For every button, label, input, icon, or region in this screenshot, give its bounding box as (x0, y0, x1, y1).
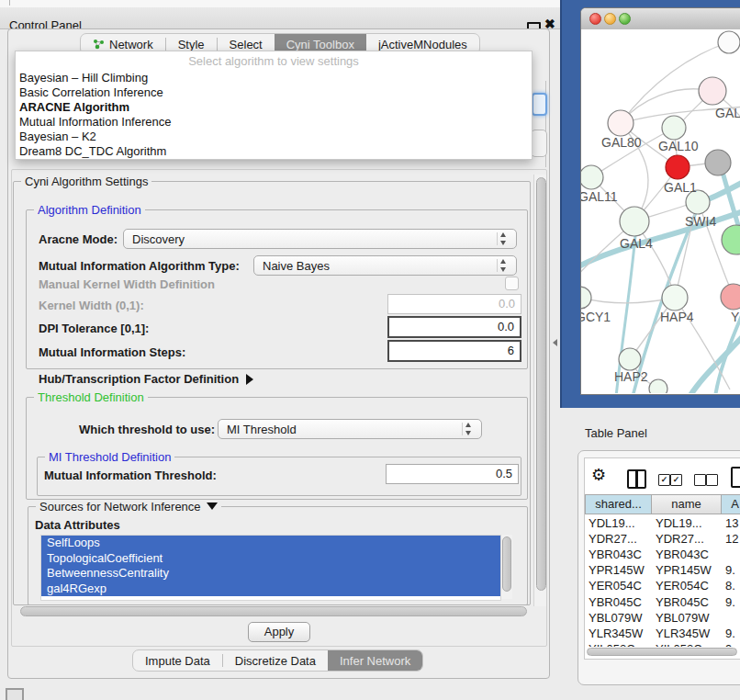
groupbox-title: Cyni Algorithm Settings (21, 175, 151, 188)
cell-value: 8. (725, 578, 735, 593)
tab-infer-network[interactable]: Infer Network (328, 650, 422, 671)
settings-vertical-scrollbar[interactable] (533, 175, 546, 606)
which-threshold-select[interactable]: MI Threshold (218, 419, 482, 439)
dropdown-item[interactable]: Basic Correlation Inference (16, 85, 532, 100)
table-row[interactable]: YDL19... YDL19... 13 (585, 515, 740, 531)
attribute-item[interactable]: gal4RGexp (41, 581, 500, 597)
dropdown-item[interactable]: Bayesian – K2 (16, 130, 532, 144)
aracne-mode-label: Aracne Mode: (39, 232, 118, 246)
cell-shared-name: YPR145W (589, 562, 645, 578)
cell-name: YLR345W (656, 626, 710, 641)
zoom-traffic-light-icon[interactable] (619, 13, 631, 25)
mi-threshold-field[interactable]: 0.5 (386, 464, 519, 484)
algorithm-dropdown-list: Select algorithm to view settings Bayesi… (15, 51, 533, 160)
deselect-all-checkbox-icon[interactable] (706, 474, 718, 486)
node[interactable] (718, 31, 740, 53)
dpi-tolerance-field[interactable]: 0.0 (387, 316, 521, 338)
apply-button[interactable]: Apply (248, 622, 310, 642)
combo-stepper-icon (497, 259, 510, 272)
cell-name: YBR045C (656, 594, 709, 610)
dropdown-placeholder: Select algorithm to view settings (16, 51, 532, 71)
column-header-next[interactable]: A (722, 494, 740, 514)
network-window-titlebar[interactable] (581, 8, 740, 30)
gear-icon[interactable]: ⚙ (591, 465, 606, 485)
table-row[interactable]: YPR145W YPR145W 9. (585, 562, 740, 578)
deselect-all-checkbox-icon[interactable] (694, 474, 706, 486)
manual-kernel-checkbox[interactable] (505, 277, 519, 290)
columns-icon[interactable] (627, 469, 646, 489)
collapse-down-icon (207, 502, 218, 510)
tab-label: Discretize Data (235, 654, 316, 668)
settings-vscroll-thumb[interactable] (536, 177, 546, 591)
mi-type-label: Mutual Information Algorithm Type: (39, 259, 240, 273)
node-label: HAP2 (614, 369, 648, 384)
node-hap4[interactable] (662, 285, 688, 310)
node-label: Y (731, 310, 740, 324)
table-row[interactable]: YBR043C YBR043C (585, 547, 740, 562)
node-gal4[interactable] (620, 207, 649, 236)
list-scrollbar[interactable] (500, 535, 512, 599)
dropdown-item[interactable]: Mutual Information Inference (16, 115, 532, 130)
hub-definition-label: Hub/Transcription Factor Definition (39, 372, 239, 386)
document-icon[interactable] (731, 467, 740, 488)
node-gal[interactable] (699, 77, 726, 105)
cell-value: 9. (725, 641, 735, 647)
mi-algorithm-type-select[interactable]: Naive Bayes (253, 255, 517, 276)
sources-title-toggle[interactable]: Sources for Network Inference (36, 500, 221, 514)
cell-name: YDL19... (656, 515, 702, 531)
cell-shared-name: YLR345W (589, 626, 643, 641)
table-row[interactable]: YIL052C YIL052C 9. (585, 641, 740, 647)
node-gcy1[interactable] (581, 287, 591, 309)
table-row[interactable]: YDR27... YDR27... 12 (585, 531, 740, 547)
column-header-shared-name[interactable]: shared... (585, 494, 652, 514)
select-all-checkbox-icon[interactable]: ✓ (658, 474, 670, 486)
kernel-width-field[interactable]: 0.0 (387, 294, 521, 314)
splitter-tick (9, 0, 10, 6)
sources-title: Sources for Network Inference (39, 500, 201, 514)
tab-impute-data[interactable]: Impute Data (133, 650, 222, 671)
network-graph: GAL GAL80 GAL10 GAL1 SWI4 GAL11 GAL4 GCY… (581, 29, 740, 393)
tab-discretize-data[interactable]: Discretize Data (223, 650, 328, 671)
hub-definition-toggle[interactable]: Hub/Transcription Factor Definition (39, 372, 253, 386)
tab-label: Style (178, 38, 205, 51)
node-gal11[interactable] (581, 165, 603, 189)
network-window[interactable]: GAL GAL80 GAL10 GAL1 SWI4 GAL11 GAL4 GCY… (580, 7, 740, 395)
column-header-name[interactable]: name (652, 494, 722, 514)
mi-steps-field[interactable]: 6 (387, 340, 521, 362)
node-label: GAL (715, 106, 740, 120)
settings-hscroll-thumb[interactable] (20, 606, 527, 616)
close-traffic-light-icon[interactable] (589, 13, 601, 25)
node[interactable] (649, 379, 667, 393)
table-row[interactable]: YER054C YER054C 8. (585, 578, 740, 593)
attribute-item[interactable]: SelfLoops (41, 536, 500, 551)
table-hscroll-thumb[interactable] (587, 648, 737, 656)
minimize-traffic-light-icon[interactable] (604, 13, 616, 25)
node-gal80[interactable] (608, 110, 633, 136)
table-row[interactable]: YBR045C YBR045C 9. (585, 594, 740, 610)
aracne-mode-select[interactable]: Discovery (123, 229, 517, 249)
table-row[interactable]: YBL079W YBL079W (585, 610, 740, 626)
attribute-item[interactable]: BetweennessCentrality (41, 566, 500, 581)
node-gal10[interactable] (662, 116, 686, 140)
cell-shared-name: YBR045C (589, 594, 642, 610)
groupbox-title: Algorithm Definition (34, 203, 145, 217)
cell-value: 12 (725, 531, 738, 547)
node-pink[interactable] (721, 284, 740, 310)
list-scrollbar-thumb[interactable] (502, 536, 511, 592)
minimized-panel-icon[interactable] (6, 688, 24, 700)
network-canvas[interactable]: GAL GAL80 GAL10 GAL1 SWI4 GAL11 GAL4 GCY… (581, 29, 740, 393)
attribute-item[interactable]: TopologicalCoefficient (41, 551, 500, 567)
node-gray[interactable] (705, 150, 731, 175)
tab-label: Cyni Toolbox (286, 38, 354, 51)
dropdown-item[interactable]: Bayesian – Hill Climbing (16, 71, 532, 85)
dropdown-item[interactable]: Dream8 DC_TDC Algorithm (16, 144, 532, 159)
node-gal1-red[interactable] (666, 155, 690, 179)
dropdown-item-selected[interactable]: ARACNE Algorithm (16, 100, 532, 115)
node-label: GAL11 (581, 189, 618, 204)
table-row[interactable]: YLR345W YLR345W 9. (585, 626, 740, 641)
splitter-collapse-icon[interactable] (553, 339, 557, 346)
node-hap2[interactable] (619, 348, 641, 370)
select-all-checkbox-icon[interactable]: ✓ (670, 474, 682, 486)
tab-label: jActiveMNodules (378, 38, 467, 51)
node-bright-green[interactable] (722, 225, 740, 254)
